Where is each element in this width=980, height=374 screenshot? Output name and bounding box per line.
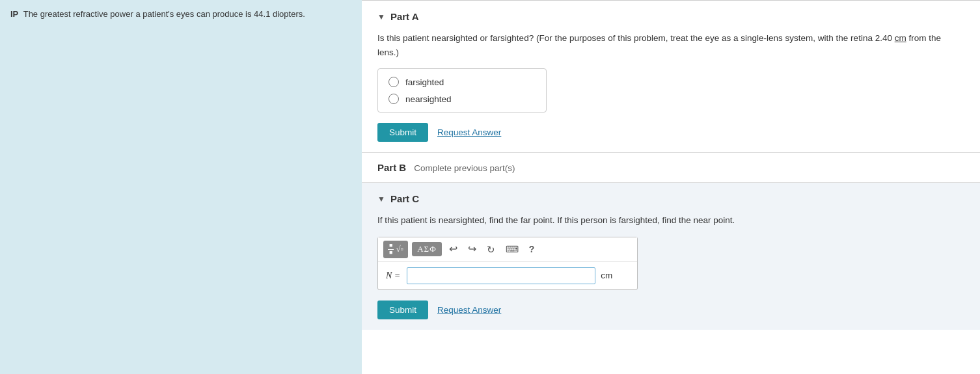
ip-text: IP The greatest refractive power a patie… (10, 8, 351, 21)
part-a-question: Is this patient nearsighted or farsighte… (377, 31, 964, 59)
toolbar-keyboard-button[interactable]: ⌨ (502, 243, 522, 256)
right-panel: ▼ Part A Is this patient nearsighted or … (362, 0, 980, 374)
frac-icon: ■ ■ (388, 243, 394, 256)
math-toolbar: ■ ■ √▫ ΑΣΦ ↩ ↪ ↻ ⌨ ? (378, 237, 637, 262)
math-input-container: ■ ■ √▫ ΑΣΦ ↩ ↪ ↻ ⌨ ? N = cm (377, 237, 638, 290)
part-a-title: Part A (390, 11, 419, 22)
toolbar-redo-button[interactable]: ↪ (465, 242, 480, 256)
part-a-section: ▼ Part A Is this patient nearsighted or … (362, 1, 980, 153)
part-c-request-button[interactable]: Request Answer (437, 305, 501, 315)
radio-nearsighted-label[interactable]: nearsighted (405, 94, 452, 104)
part-a-buttons: Submit Request Answer (377, 123, 964, 142)
part-a-request-button[interactable]: Request Answer (437, 127, 501, 137)
math-input-field[interactable] (407, 267, 595, 284)
sqrt-icon: √▫ (396, 244, 403, 254)
left-panel: IP The greatest refractive power a patie… (0, 0, 362, 374)
part-c-section: ▼ Part C If this patient is nearsighted,… (362, 183, 980, 329)
part-a-radio-box: farsighted nearsighted (377, 68, 547, 113)
toolbar-help-button[interactable]: ? (526, 243, 538, 256)
math-label: N = (386, 271, 400, 281)
math-unit: cm (601, 271, 612, 280)
radio-nearsighted[interactable] (388, 94, 399, 104)
part-c-header: ▼ Part C (377, 193, 964, 204)
part-a-submit-button[interactable]: Submit (377, 123, 428, 142)
toolbar-greek-button[interactable]: ΑΣΦ (412, 242, 441, 256)
toolbar-undo-button[interactable]: ↩ (446, 242, 461, 256)
part-a-chevron-icon: ▼ (377, 12, 385, 21)
part-b-row: Part B Complete previous part(s) (362, 153, 980, 183)
ip-label: IP (10, 9, 18, 19)
part-a-unit: cm (895, 33, 906, 43)
part-c-buttons: Submit Request Answer (377, 301, 964, 319)
radio-option-nearsighted[interactable]: nearsighted (388, 94, 536, 104)
math-input-row: N = cm (378, 262, 637, 289)
part-c-question: If this patient is nearsighted, find the… (377, 213, 964, 228)
toolbar-frac-sqrt-button[interactable]: ■ ■ √▫ (383, 241, 408, 258)
toolbar-reset-button[interactable]: ↻ (483, 243, 498, 256)
part-a-question-text: Is this patient nearsighted or farsighte… (377, 33, 892, 43)
part-b-title: Part B (377, 162, 406, 173)
part-b-locked-text: Complete previous part(s) (414, 163, 515, 173)
part-c-title: Part C (390, 193, 419, 204)
part-c-chevron-icon: ▼ (377, 194, 385, 204)
part-a-header: ▼ Part A (377, 11, 964, 22)
radio-farsighted-label[interactable]: farsighted (405, 77, 444, 87)
radio-farsighted[interactable] (388, 77, 399, 87)
radio-option-farsighted[interactable]: farsighted (388, 77, 536, 87)
part-c-submit-button[interactable]: Submit (377, 301, 428, 319)
ip-content: The greatest refractive power a patient'… (23, 9, 305, 19)
